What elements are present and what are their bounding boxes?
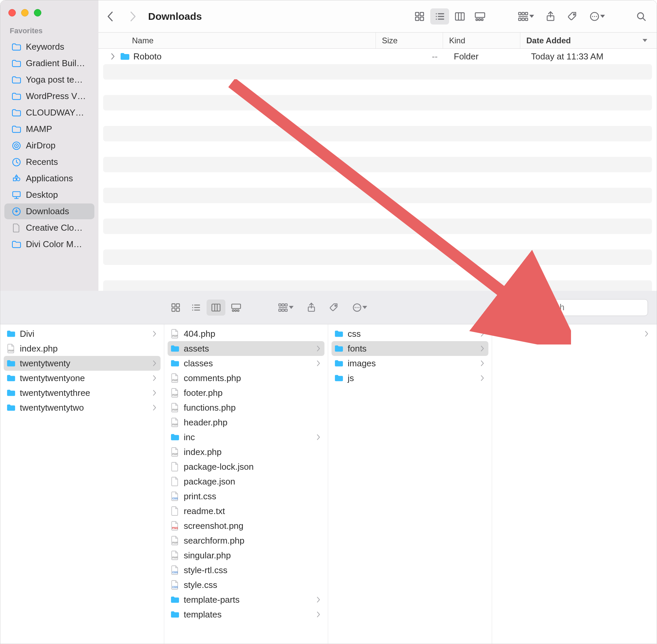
file-icon: CSS [171, 491, 179, 501]
file-kind: Folder [448, 51, 525, 62]
close-window-button[interactable] [8, 9, 16, 17]
header-size[interactable]: Size [376, 32, 443, 48]
column-item[interactable]: js [332, 371, 489, 386]
svg-rect-2 [415, 17, 419, 21]
column-item[interactable]: CSSstyle.css [167, 577, 324, 592]
file-row[interactable]: Roboto--FolderToday at 11:33 AM [103, 49, 652, 64]
item-name: images [348, 358, 376, 369]
column-2: cssfontsimagesjs [328, 324, 492, 644]
column-item[interactable]: assets [167, 341, 324, 356]
column-item[interactable]: css [332, 326, 489, 341]
share-button[interactable] [303, 299, 319, 316]
view-gallery-button[interactable] [471, 8, 490, 24]
view-gallery-button[interactable] [227, 299, 246, 316]
window-title: Downloads [148, 11, 202, 22]
item-name: assets [184, 344, 209, 354]
sidebar-item-label: Divi Color M… [26, 239, 82, 250]
svg-point-4 [436, 13, 437, 14]
column-item[interactable]: inc [167, 430, 324, 444]
sidebar-item-downloads[interactable]: Downloads [4, 204, 94, 219]
sidebar-item-cloudway[interactable]: CLOUDWAY… [4, 105, 94, 120]
share-button[interactable] [542, 8, 559, 24]
view-columns-button[interactable] [450, 8, 469, 24]
view-list-button[interactable] [430, 8, 449, 24]
column-item[interactable]: images [332, 356, 489, 371]
column-item[interactable]: CSSstyle-rtl.css [167, 563, 324, 577]
column-item[interactable]: package-lock.json [167, 459, 324, 474]
column-item[interactable]: Divi [4, 326, 161, 341]
disclosure-triangle[interactable] [109, 53, 117, 60]
zoom-window-button[interactable] [34, 9, 41, 17]
sidebar-item-airdrop[interactable]: AirDrop [4, 138, 94, 154]
sidebar-item-desktop[interactable]: Desktop [4, 187, 94, 203]
column-item[interactable]: readme.txt [167, 504, 324, 519]
column-item[interactable]: twentytwentytwo [4, 400, 161, 415]
column-item[interactable]: PHPsearchform.php [167, 533, 324, 548]
column-item[interactable]: twentytwentythree [4, 386, 161, 400]
column-item[interactable]: PHPfooter.php [167, 386, 324, 400]
column-item[interactable]: CSSprint.css [167, 489, 324, 504]
svg-line-31 [643, 18, 645, 21]
column-item[interactable]: inter [495, 326, 653, 341]
folder-icon [6, 360, 16, 367]
minimize-window-button[interactable] [21, 9, 28, 17]
column-item[interactable]: PHPcomments.php [167, 371, 324, 386]
tags-button[interactable] [326, 299, 342, 316]
forward-button[interactable] [124, 8, 141, 24]
svg-point-27 [592, 16, 593, 17]
search-input[interactable] [536, 302, 647, 313]
item-name: functions.php [184, 402, 236, 413]
svg-rect-21 [519, 18, 521, 21]
item-name: js [348, 373, 354, 384]
column-item[interactable]: templates [167, 607, 324, 622]
header-date-added[interactable]: Date Added [520, 32, 657, 48]
sidebar-item-divi-color-m[interactable]: Divi Color M… [4, 236, 94, 252]
column-item[interactable]: PHPheader.php [167, 415, 324, 430]
group-by-button[interactable] [275, 299, 297, 316]
group-by-button[interactable] [516, 8, 537, 24]
actions-button[interactable] [349, 299, 370, 316]
tags-button[interactable] [565, 8, 581, 24]
column-item[interactable]: twentytwenty [4, 356, 161, 371]
item-name: header.php [184, 417, 227, 428]
sidebar-item-recents[interactable]: Recents [4, 154, 94, 170]
header-kind[interactable]: Kind [443, 32, 520, 48]
search-button[interactable] [633, 8, 649, 24]
column-item[interactable]: package.json [167, 474, 324, 489]
column-item[interactable]: twentytwentyone [4, 371, 161, 386]
view-list-button[interactable] [186, 299, 205, 316]
sidebar-item-creative-clo[interactable]: Creative Clo… [4, 220, 94, 236]
column-item[interactable]: fonts [332, 341, 489, 356]
column-item[interactable]: PHPindex.php [167, 444, 324, 459]
file-icon [171, 477, 179, 486]
chevron-right-icon [316, 360, 320, 366]
file-icon: PHP [171, 550, 179, 560]
view-columns-button[interactable] [207, 299, 225, 316]
sidebar-item-wordpress-v[interactable]: WordPress V… [4, 88, 94, 104]
back-button[interactable] [103, 8, 118, 24]
folder-icon [170, 596, 180, 603]
sidebar-item-applications[interactable]: Applications [4, 170, 94, 186]
column-item[interactable]: PHPfunctions.php [167, 400, 324, 415]
svg-rect-14 [476, 19, 478, 21]
sidebar-item-keywords[interactable]: Keywords [4, 39, 94, 55]
view-icons-button[interactable] [166, 299, 185, 316]
sidebar-item-yoga-post-te[interactable]: Yoga post te… [4, 72, 94, 88]
column-item[interactable]: PNGscreenshot.png [167, 519, 324, 533]
column-item[interactable]: template-parts [167, 592, 324, 607]
chevron-right-icon [153, 360, 157, 366]
header-name[interactable]: Name [98, 32, 376, 48]
file-icon: CSS [171, 580, 179, 590]
column-item[interactable]: classes [167, 356, 324, 371]
sidebar-item-gradient-buil[interactable]: Gradient Buil… [4, 55, 94, 71]
actions-button[interactable] [587, 8, 608, 24]
item-name: style-rtl.css [184, 565, 227, 575]
column-item[interactable]: PHP404.php [167, 326, 324, 341]
column-item[interactable]: PHPindex.php [4, 341, 161, 356]
chevron-right-icon [316, 434, 320, 440]
svg-rect-36 [176, 308, 179, 311]
view-icons-button[interactable] [410, 8, 429, 24]
sidebar-item-mamp[interactable]: MAMP [4, 121, 94, 137]
column-item[interactable]: PHPsingular.php [167, 548, 324, 563]
search-field[interactable] [527, 299, 648, 316]
